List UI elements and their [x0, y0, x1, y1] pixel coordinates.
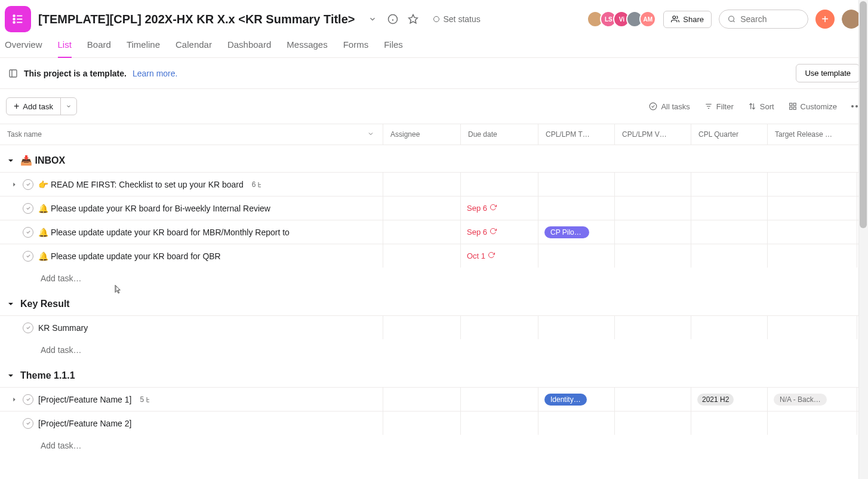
- tab-timeline[interactable]: Timeline: [127, 36, 160, 58]
- complete-button[interactable]: [23, 394, 33, 405]
- task-cell-assignee[interactable]: [383, 388, 461, 411]
- add-task-dropdown[interactable]: [60, 98, 76, 115]
- task-cell-quarter[interactable]: [691, 173, 768, 196]
- section-header[interactable]: Key Result: [0, 289, 868, 315]
- column-header-cplv[interactable]: CPL/LPM V…: [615, 124, 691, 145]
- task-cell-target[interactable]: [768, 316, 857, 339]
- add-task-inline[interactable]: Add task…: [0, 268, 868, 289]
- chevron-down-icon[interactable]: [365, 12, 380, 26]
- task-cell-cplv[interactable]: [615, 412, 691, 435]
- task-cell-target[interactable]: N/A - Back…: [768, 388, 857, 411]
- section-toggle-icon[interactable]: [6, 156, 16, 165]
- task-cell-target[interactable]: [768, 412, 857, 435]
- task-row[interactable]: 🔔 Please update your KR board for Bi-wee…: [0, 196, 868, 220]
- complete-button[interactable]: [23, 203, 33, 214]
- share-button[interactable]: Share: [663, 11, 712, 28]
- filter-button[interactable]: Filter: [704, 102, 734, 111]
- avatar[interactable]: AM: [639, 11, 656, 27]
- task-row[interactable]: [Project/Feature Name 1]5 Identity…2021 …: [0, 387, 868, 411]
- task-cell-cplv[interactable]: [615, 220, 691, 244]
- task-cell-cplt[interactable]: [538, 412, 615, 435]
- tab-overview[interactable]: Overview: [5, 36, 42, 58]
- task-cell-cplt[interactable]: [538, 244, 615, 268]
- add-task-inline[interactable]: Add task…: [0, 339, 868, 361]
- search-input[interactable]: [740, 14, 799, 24]
- task-row[interactable]: 👉 READ ME FIRST: Checklist to set up you…: [0, 172, 868, 196]
- tab-board[interactable]: Board: [87, 36, 111, 58]
- tab-messages[interactable]: Messages: [287, 36, 327, 58]
- complete-button[interactable]: [23, 227, 33, 238]
- task-cell-due[interactable]: [461, 388, 538, 411]
- task-cell-cplv[interactable]: [615, 244, 691, 268]
- complete-button[interactable]: [23, 418, 33, 429]
- section-toggle-icon[interactable]: [6, 299, 16, 309]
- task-cell-cplt[interactable]: Identity…: [538, 388, 615, 411]
- task-cell-quarter[interactable]: [691, 244, 768, 268]
- add-task-button[interactable]: + Add task: [7, 98, 60, 115]
- task-row[interactable]: 🔔 Please update update your KR board for…: [0, 220, 868, 244]
- column-header-taskname[interactable]: Task name: [0, 124, 383, 145]
- task-cell-cplt[interactable]: [538, 196, 615, 220]
- task-cell-assignee[interactable]: [383, 412, 461, 435]
- column-header-due[interactable]: Due date: [461, 124, 538, 145]
- task-cell-due[interactable]: Oct 1: [461, 244, 538, 268]
- task-cell-cplt[interactable]: CP Pilot…: [538, 220, 615, 244]
- task-cell-due[interactable]: Sep 6: [461, 220, 538, 244]
- task-cell-quarter[interactable]: [691, 196, 768, 220]
- task-cell-cplv[interactable]: [615, 173, 691, 196]
- complete-button[interactable]: [23, 179, 33, 190]
- scrollbar-track[interactable]: [858, 0, 868, 479]
- column-header-target[interactable]: Target Release …: [768, 124, 857, 145]
- tab-forms[interactable]: Forms: [343, 36, 369, 58]
- task-row[interactable]: 🔔 Please update update your KR board for…: [0, 244, 868, 268]
- tab-calendar[interactable]: Calendar: [176, 36, 212, 58]
- column-header-quarter[interactable]: CPL Quarter: [691, 124, 768, 145]
- task-cell-quarter[interactable]: [691, 316, 768, 339]
- tab-list[interactable]: List: [58, 36, 72, 58]
- task-cell-assignee[interactable]: [383, 196, 461, 220]
- use-template-button[interactable]: Use template: [796, 64, 860, 82]
- scrollbar-thumb[interactable]: [860, 1, 867, 228]
- expand-arrow-icon[interactable]: [11, 396, 18, 403]
- section-header[interactable]: Theme 1.1.1: [0, 361, 868, 387]
- customize-button[interactable]: Customize: [789, 102, 837, 111]
- task-cell-cplt[interactable]: [538, 316, 615, 339]
- task-row[interactable]: [Project/Feature Name 2]: [0, 411, 868, 435]
- tab-dashboard[interactable]: Dashboard: [227, 36, 271, 58]
- task-cell-assignee[interactable]: [383, 173, 461, 196]
- task-cell-due[interactable]: [461, 173, 538, 196]
- task-cell-due[interactable]: Sep 6: [461, 196, 538, 220]
- add-task-inline[interactable]: Add task…: [0, 435, 868, 456]
- global-add-button[interactable]: +: [815, 10, 835, 29]
- task-row[interactable]: KR Summary: [0, 315, 868, 339]
- search-box[interactable]: [719, 10, 808, 29]
- avatar-stack[interactable]: LSViAM: [590, 11, 656, 27]
- task-cell-due[interactable]: [461, 412, 538, 435]
- task-cell-quarter[interactable]: [691, 412, 768, 435]
- project-icon[interactable]: [5, 6, 31, 32]
- task-cell-quarter[interactable]: [691, 220, 768, 244]
- expand-arrow-icon[interactable]: [11, 181, 18, 188]
- project-title[interactable]: [TEMPLATE][CPL] 202X-HX KR X.x <KR Summa…: [38, 13, 355, 26]
- info-icon[interactable]: [386, 12, 400, 26]
- set-status-button[interactable]: Set status: [427, 12, 486, 26]
- task-cell-assignee[interactable]: [383, 316, 461, 339]
- task-cell-due[interactable]: [461, 316, 538, 339]
- task-cell-target[interactable]: [768, 196, 857, 220]
- section-toggle-icon[interactable]: [6, 371, 16, 380]
- section-header[interactable]: 📥 INBOX: [0, 145, 868, 172]
- tab-files[interactable]: Files: [384, 36, 403, 58]
- sort-button[interactable]: Sort: [748, 102, 774, 111]
- learn-more-link[interactable]: Learn more.: [133, 69, 177, 78]
- task-cell-quarter[interactable]: 2021 H2: [691, 388, 768, 411]
- column-header-cplt[interactable]: CPL/LPM T…: [538, 124, 615, 145]
- all-tasks-filter[interactable]: All tasks: [649, 102, 690, 111]
- task-cell-cplv[interactable]: [615, 196, 691, 220]
- task-cell-target[interactable]: [768, 173, 857, 196]
- task-cell-cplt[interactable]: [538, 173, 615, 196]
- star-icon[interactable]: [406, 12, 420, 26]
- task-cell-cplv[interactable]: [615, 388, 691, 411]
- complete-button[interactable]: [23, 251, 33, 262]
- task-cell-assignee[interactable]: [383, 244, 461, 268]
- task-cell-target[interactable]: [768, 244, 857, 268]
